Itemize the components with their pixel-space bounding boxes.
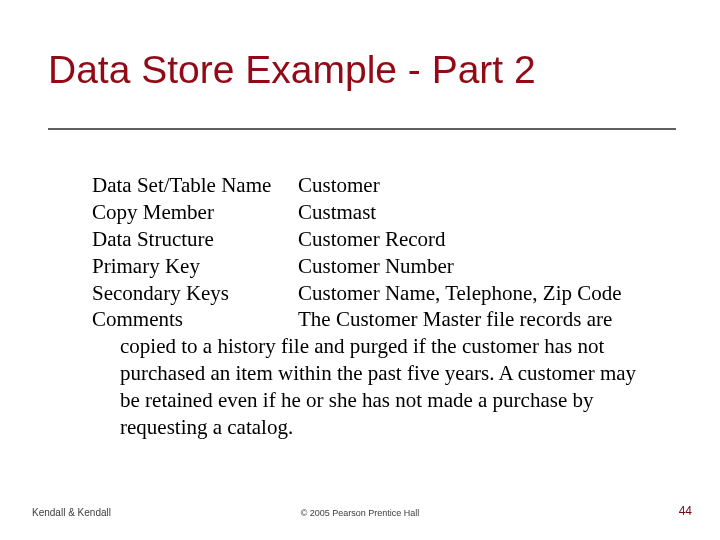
value-data-structure: Customer Record (298, 226, 660, 253)
row-copy-member: Copy Member Custmast (92, 199, 660, 226)
title-divider (48, 128, 676, 130)
label-secondary-keys: Secondary Keys (92, 280, 298, 307)
footer-page-number: 44 (679, 504, 692, 518)
label-primary-key: Primary Key (92, 253, 298, 280)
label-data-structure: Data Structure (92, 226, 298, 253)
value-comments-rest: copied to a history file and purged if t… (92, 333, 660, 441)
row-secondary-keys: Secondary Keys Customer Name, Telephone,… (92, 280, 660, 307)
slide: Data Store Example - Part 2 Data Set/Tab… (0, 0, 720, 540)
row-data-structure: Data Structure Customer Record (92, 226, 660, 253)
value-secondary-keys: Customer Name, Telephone, Zip Code (298, 280, 660, 307)
row-comments: Comments The Customer Master file record… (92, 306, 660, 440)
label-dataset: Data Set/Table Name (92, 172, 298, 199)
value-dataset: Customer (298, 172, 660, 199)
row-dataset: Data Set/Table Name Customer (92, 172, 660, 199)
row-primary-key: Primary Key Customer Number (92, 253, 660, 280)
label-comments: Comments (92, 306, 298, 333)
comments-first-line: Comments The Customer Master file record… (92, 306, 660, 333)
value-copy-member: Custmast (298, 199, 660, 226)
value-comments-first: The Customer Master file records are (298, 306, 660, 333)
label-copy-member: Copy Member (92, 199, 298, 226)
content-area: Data Set/Table Name Customer Copy Member… (92, 172, 660, 441)
slide-title: Data Store Example - Part 2 (48, 48, 672, 92)
value-primary-key: Customer Number (298, 253, 660, 280)
footer-copyright: © 2005 Pearson Prentice Hall (0, 508, 720, 518)
